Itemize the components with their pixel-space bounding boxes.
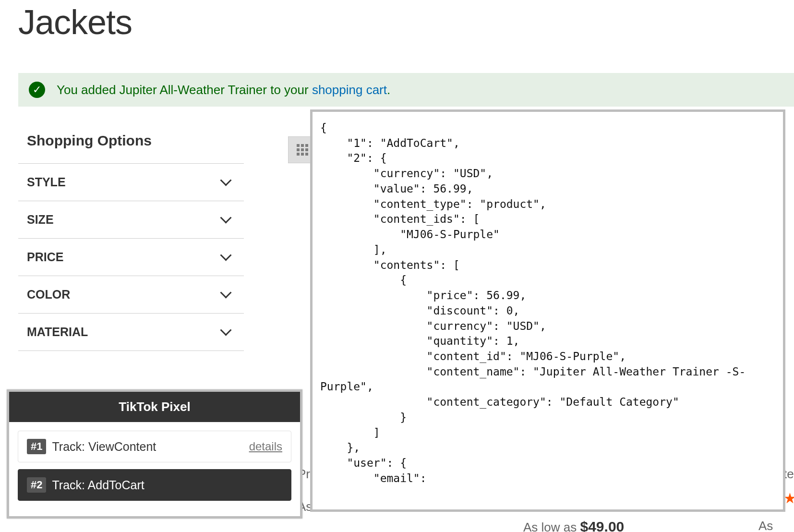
tiktok-pixel-panel: TikTok Pixel #1 Track: ViewContent detai… (7, 389, 302, 519)
filter-color[interactable]: COLOR (18, 276, 244, 313)
price-value: $49.00 (580, 519, 625, 532)
page-title: Jackets (0, 5, 794, 39)
filter-material[interactable]: MATERIAL (18, 313, 244, 351)
sidebar-title: Shopping Options (18, 126, 244, 163)
filter-style[interactable]: STYLE (18, 163, 244, 201)
code-scroll-area[interactable]: { "1": "AddToCart", "2": { "currency": "… (319, 119, 776, 503)
grid-icon (297, 144, 308, 156)
shopping-cart-link[interactable]: shopping cart (312, 83, 387, 97)
pixel-event-number: #1 (27, 439, 46, 454)
success-suffix: . (387, 83, 390, 97)
price-prefix: As low as (523, 520, 577, 532)
pixel-event-number: #2 (27, 477, 46, 493)
success-banner: ✓ You added Jupiter All-Weather Trainer … (18, 73, 794, 107)
behind-fragment: As low (758, 519, 794, 532)
chevron-down-icon (221, 215, 231, 225)
filter-label: PRICE (27, 250, 63, 264)
pixel-event-detail-panel: { "1": "AddToCart", "2": { "currency": "… (310, 109, 785, 512)
filter-label: COLOR (27, 288, 70, 302)
filter-label: MATERIAL (27, 325, 88, 339)
filter-size[interactable]: SIZE (18, 201, 244, 238)
chevron-down-icon (221, 290, 231, 300)
pixel-event-label: Track: AddToCart (52, 478, 282, 492)
chevron-down-icon (221, 252, 231, 263)
filter-price[interactable]: PRICE (18, 238, 244, 276)
filter-label: STYLE (27, 175, 66, 189)
event-json-code: { "1": "AddToCart", "2": { "currency": "… (319, 119, 776, 488)
filter-label: SIZE (27, 213, 54, 227)
success-prefix: You added Jupiter All-Weather Trainer to… (57, 83, 312, 97)
as-low-as-label: As low as $49.00 (523, 519, 624, 532)
pixel-event-viewcontent[interactable]: #1 Track: ViewContent details (18, 431, 291, 462)
pixel-details-link[interactable]: details (249, 440, 282, 453)
chevron-down-icon (221, 177, 231, 188)
pixel-event-label: Track: ViewContent (52, 440, 249, 454)
pixel-event-addtocart[interactable]: #2 Track: AddToCart (18, 469, 291, 501)
chevron-down-icon (221, 327, 231, 338)
shopping-options-sidebar: Shopping Options STYLE SIZE PRICE COLOR … (18, 126, 244, 351)
check-icon: ✓ (29, 82, 45, 98)
success-text: You added Jupiter All-Weather Trainer to… (57, 83, 390, 97)
pixel-panel-title: TikTok Pixel (9, 392, 300, 422)
